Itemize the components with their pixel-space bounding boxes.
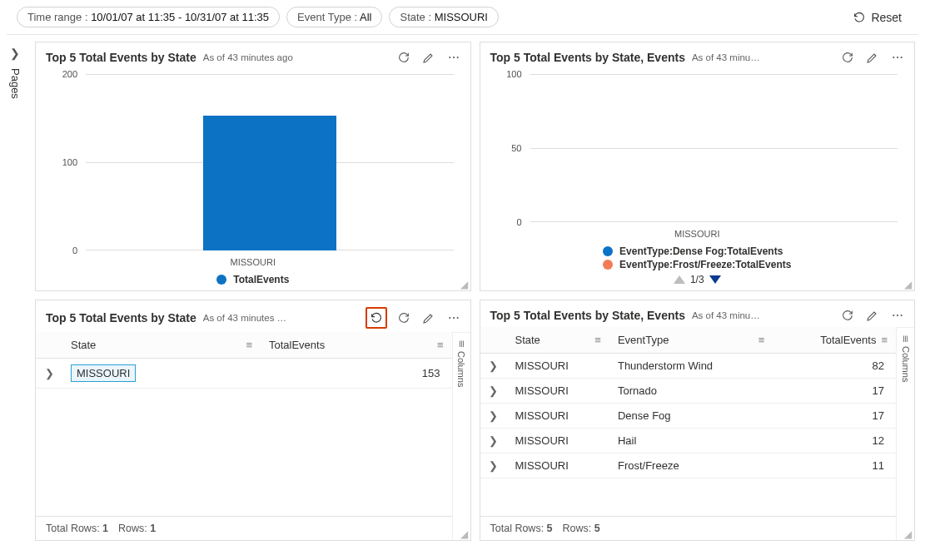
data-table: State≡ EventType≡ TotalEvents≡ ❯MISSOURI… — [480, 327, 897, 478]
table-row[interactable]: ❯ MISSOURI 153 — [36, 359, 452, 389]
cell-total[interactable]: 17 — [773, 404, 896, 429]
cell-state[interactable]: MISSOURI — [507, 379, 609, 404]
column-menu-icon[interactable]: ≡ — [246, 339, 252, 351]
pages-label: Pages — [9, 68, 22, 99]
edit-button[interactable] — [864, 49, 881, 66]
columns-panel-toggle[interactable]: ⫼ Columns — [452, 332, 470, 540]
svg-point-2 — [456, 57, 458, 58]
time-range-label: Time range : — [27, 11, 88, 23]
svg-point-1 — [452, 57, 454, 58]
expand-row-button[interactable]: ❯ — [480, 429, 507, 453]
refresh-icon — [841, 51, 854, 64]
resize-handle-icon[interactable]: ◢ — [904, 530, 913, 538]
reset-button[interactable]: Reset — [846, 7, 908, 27]
time-range-filter[interactable]: Time range : 10/01/07 at 11:35 - 10/31/0… — [17, 7, 280, 27]
cell-state[interactable]: MISSOURI — [507, 453, 609, 478]
column-menu-icon[interactable]: ≡ — [758, 334, 765, 346]
legend-item[interactable]: TotalEvents — [216, 274, 289, 285]
edit-button[interactable] — [864, 307, 881, 324]
table-row[interactable]: ❯MISSOURIDense Fog17 — [480, 404, 897, 429]
more-button[interactable] — [889, 49, 906, 66]
state-filter[interactable]: State : MISSOURI — [389, 7, 499, 27]
more-button[interactable] — [889, 307, 906, 324]
svg-point-4 — [897, 57, 898, 58]
column-menu-icon[interactable]: ≡ — [881, 334, 888, 346]
pager-text: 1/3 — [690, 274, 704, 285]
cell-state[interactable]: MISSOURI — [507, 429, 609, 453]
expand-row-button[interactable]: ❯ — [36, 359, 62, 389]
more-button[interactable] — [445, 49, 462, 66]
cell-eventtype[interactable]: Tornado — [609, 379, 773, 404]
refresh-icon — [397, 51, 410, 64]
state-label: State : — [400, 11, 431, 23]
event-type-label: Event Type : — [297, 11, 357, 23]
more-icon — [891, 51, 904, 64]
refresh-button[interactable] — [839, 307, 856, 324]
tile-title: Top 5 Total Events by State — [46, 51, 196, 64]
refresh-button[interactable] — [839, 49, 856, 66]
cell-total[interactable]: 82 — [773, 354, 896, 379]
refresh-button[interactable] — [395, 310, 412, 326]
refresh-icon — [397, 311, 410, 325]
resize-handle-icon[interactable]: ◢ — [460, 280, 469, 289]
legend-swatch — [603, 260, 613, 270]
svg-point-11 — [901, 315, 903, 316]
cell-state[interactable]: MISSOURI — [507, 354, 609, 379]
edit-button[interactable] — [420, 310, 437, 326]
cell-state[interactable]: MISSOURI — [71, 364, 136, 382]
cell-total[interactable]: 11 — [773, 453, 896, 478]
chevron-right-icon[interactable]: ❯ — [10, 47, 20, 60]
cell-eventtype[interactable]: Frost/Freeze — [609, 453, 773, 478]
expand-row-button[interactable]: ❯ — [480, 404, 507, 429]
columns-panel-toggle[interactable]: ⫼ Columns — [896, 327, 914, 540]
table-row[interactable]: ❯MISSOURITornado17 — [480, 379, 897, 404]
legend-item[interactable]: EventType:Dense Fog:TotalEvents — [603, 245, 783, 257]
column-total-header[interactable]: TotalEvents≡ — [773, 327, 896, 354]
legend-item[interactable]: EventType:Frost/Freeze:TotalEvents — [603, 259, 791, 270]
column-menu-icon[interactable]: ≡ — [437, 339, 444, 351]
column-menu-icon[interactable]: ≡ — [594, 334, 601, 346]
tile-timestamp: As of 43 minu… — [692, 310, 760, 320]
tile-title: Top 5 Total Events by State — [46, 311, 196, 325]
page-up-icon[interactable] — [674, 275, 685, 284]
refresh-icon — [841, 309, 854, 322]
svg-point-10 — [897, 315, 898, 316]
column-state-header[interactable]: State≡ — [62, 332, 261, 359]
cell-eventtype[interactable]: Dense Fog — [609, 404, 773, 429]
tile-table-events: Top 5 Total Events by State, Events As o… — [480, 300, 916, 541]
revert-icon — [370, 311, 383, 325]
pages-rail[interactable]: ❯ Pages — [0, 35, 30, 557]
expand-row-button[interactable]: ❯ — [480, 379, 507, 404]
edit-button[interactable] — [420, 49, 437, 66]
resize-handle-icon[interactable]: ◢ — [460, 530, 469, 538]
table-row[interactable]: ❯MISSOURIHail12 — [480, 429, 897, 453]
expand-row-button[interactable]: ❯ — [480, 354, 507, 379]
revert-button[interactable] — [366, 307, 387, 329]
expand-row-button[interactable]: ❯ — [480, 453, 507, 478]
column-eventtype-header[interactable]: EventType≡ — [609, 327, 773, 354]
time-range-value: 10/01/07 at 11:35 - 10/31/07 at 11:35 — [91, 11, 269, 23]
table-row[interactable]: ❯MISSOURIFrost/Freeze11 — [480, 453, 897, 478]
refresh-button[interactable] — [395, 49, 412, 66]
event-type-filter[interactable]: Event Type : All — [286, 7, 382, 27]
more-button[interactable] — [445, 310, 462, 326]
tile-timestamp: As of 43 minu… — [692, 52, 760, 62]
page-down-icon[interactable] — [709, 275, 721, 284]
cell-total[interactable]: 12 — [773, 429, 896, 453]
pencil-icon — [422, 311, 435, 325]
pencil-icon — [422, 51, 435, 64]
cell-eventtype[interactable]: Hail — [609, 429, 773, 453]
cell-total[interactable]: 17 — [773, 379, 896, 404]
svg-point-0 — [449, 57, 450, 58]
cell-state[interactable]: MISSOURI — [507, 404, 609, 429]
resize-handle-icon[interactable]: ◢ — [904, 280, 913, 289]
table-row[interactable]: ❯MISSOURIThunderstorm Wind82 — [480, 354, 897, 379]
chart-plot: 0 50 100 — [490, 74, 905, 240]
cell-total[interactable]: 153 — [261, 359, 452, 389]
y-tick: 0 — [72, 245, 77, 255]
pencil-icon — [866, 309, 879, 322]
column-state-header[interactable]: State≡ — [507, 327, 609, 354]
cell-eventtype[interactable]: Thunderstorm Wind — [609, 354, 773, 379]
column-total-header[interactable]: TotalEvents≡ — [261, 332, 452, 359]
bar-missouri-total[interactable] — [203, 116, 336, 250]
